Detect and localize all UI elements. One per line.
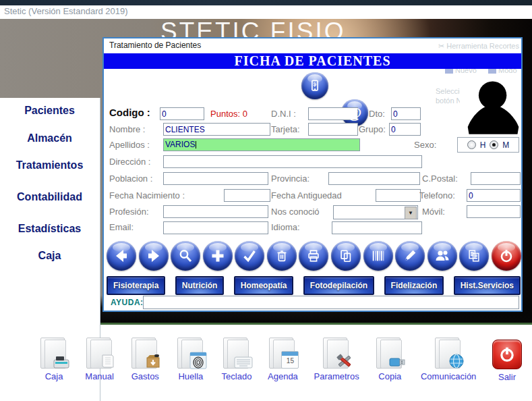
dropdown-arrow-icon[interactable]: ▼ bbox=[405, 207, 417, 219]
tab-fidelizacion[interactable]: Fidelización bbox=[384, 276, 444, 295]
poblacion-input[interactable] bbox=[163, 172, 268, 185]
sidebar-item-pacientes[interactable]: Pacientes bbox=[0, 105, 99, 117]
ayuda-label: AYUDA: bbox=[111, 298, 144, 307]
copy-button[interactable] bbox=[331, 241, 361, 271]
calendar-icon: 15 bbox=[281, 351, 299, 369]
record-toolbar bbox=[107, 241, 521, 271]
profesion-input[interactable] bbox=[163, 205, 268, 218]
poblacion-label: Poblacion : bbox=[109, 173, 152, 184]
app-title: Stetic (Versión Estandard 2019) bbox=[4, 6, 128, 16]
dialog-header-text: FICHA DE PACIENTES bbox=[234, 53, 390, 69]
pen-icon bbox=[403, 248, 417, 263]
email-input[interactable] bbox=[163, 221, 268, 234]
dialog-title: Tratamiento de Pacientes bbox=[109, 41, 201, 50]
next-record-button[interactable] bbox=[139, 241, 169, 271]
globe-icon bbox=[448, 353, 465, 369]
scissors-icon: ✂ bbox=[438, 42, 444, 50]
launcher-gastos[interactable]: Gastos bbox=[130, 338, 160, 382]
launcher-comunicacion[interactable]: Comunicación bbox=[421, 338, 476, 382]
phone-button[interactable] bbox=[301, 72, 328, 99]
print-button[interactable] bbox=[299, 241, 328, 271]
sign-button[interactable] bbox=[395, 241, 425, 271]
dni-label: D.N.I : bbox=[271, 109, 296, 119]
text-cursor bbox=[196, 141, 196, 149]
clients-button[interactable] bbox=[427, 241, 457, 271]
fecha-antiguedad-label: Fecha Antiguedad bbox=[271, 190, 342, 200]
launcher-salir[interactable]: Salir bbox=[492, 338, 522, 382]
cpostal-input[interactable] bbox=[471, 172, 521, 185]
nos-conocio-dropdown[interactable]: ▼ bbox=[333, 205, 418, 219]
grupo-input[interactable] bbox=[389, 123, 421, 136]
sexo-m-radio[interactable] bbox=[490, 140, 498, 149]
launcher-copia[interactable]: Copia bbox=[375, 338, 405, 382]
launcher-caja[interactable]: Caja bbox=[39, 338, 69, 382]
sidebar-item-tratamientos[interactable]: Tratamientos bbox=[0, 159, 99, 171]
barcode-button[interactable] bbox=[363, 241, 393, 271]
provincia-label: Provincia: bbox=[271, 173, 309, 184]
check-icon bbox=[241, 248, 258, 264]
fecha-nacimiento-input[interactable] bbox=[224, 189, 270, 202]
direccion-label: Dirección : bbox=[109, 157, 150, 167]
fecha-nacimiento-label: Fecha Nacimiento : bbox=[109, 190, 185, 200]
tab-fisioterapia[interactable]: Fisioterapia bbox=[107, 276, 165, 295]
add-button[interactable] bbox=[203, 241, 233, 271]
tab-hist-servicios[interactable]: Hist.Servicios bbox=[454, 276, 521, 295]
documents-button[interactable] bbox=[459, 241, 489, 271]
provincia-input[interactable] bbox=[328, 172, 420, 185]
documents-icon bbox=[467, 248, 481, 263]
patient-photo[interactable] bbox=[460, 77, 521, 134]
person-silhouette-icon bbox=[460, 77, 521, 134]
fecha-antiguedad-input[interactable] bbox=[376, 189, 421, 202]
tools-icon bbox=[336, 353, 353, 369]
box-arrow-icon bbox=[145, 353, 161, 369]
launcher-huella[interactable]: Huella bbox=[176, 338, 206, 382]
dto-label: Dto: bbox=[369, 109, 385, 119]
confirm-button[interactable] bbox=[235, 241, 264, 271]
exit-app-icon bbox=[492, 340, 522, 369]
tab-fotodepilacion[interactable]: Fotodepilación bbox=[303, 276, 374, 295]
movil-input[interactable] bbox=[467, 205, 521, 218]
launcher-manual[interactable]: Manual bbox=[85, 338, 115, 382]
dto-input[interactable] bbox=[391, 107, 421, 120]
apellidos-input[interactable]: VARIOS bbox=[163, 138, 360, 151]
sexo-m-label: M bbox=[502, 140, 509, 150]
search-button[interactable] bbox=[171, 241, 200, 271]
direccion-input[interactable] bbox=[163, 155, 422, 168]
previous-record-button[interactable] bbox=[107, 241, 136, 271]
launcher-teclado[interactable]: Teclado bbox=[222, 338, 252, 382]
telefono-input[interactable] bbox=[467, 189, 521, 202]
sidebar-item-contabilidad[interactable]: Contabilidad bbox=[0, 191, 99, 203]
sidebar-item-almacen[interactable]: Almacén bbox=[0, 132, 99, 144]
delete-button[interactable] bbox=[267, 241, 297, 271]
nombre-label: Nombre : bbox=[109, 124, 145, 134]
codigo-input[interactable] bbox=[160, 107, 204, 120]
barcode-icon bbox=[371, 248, 386, 263]
fingerprint-icon bbox=[189, 352, 207, 369]
sidebar-item-estadisticas[interactable]: Estadísticas bbox=[0, 223, 99, 235]
arrow-right-icon bbox=[146, 248, 162, 264]
sexo-h-label: H bbox=[480, 140, 486, 150]
printer-icon bbox=[306, 248, 321, 263]
launcher-agenda[interactable]: 15 Agenda bbox=[268, 338, 298, 382]
sexo-radio-group: H M bbox=[457, 137, 519, 153]
idioma-input[interactable] bbox=[332, 221, 422, 234]
taskbar-strip bbox=[0, 0, 532, 5]
apellidos-label: Apellidos : bbox=[109, 140, 150, 150]
sexo-h-radio[interactable] bbox=[467, 140, 476, 149]
patient-dialog: Tratamiento de Pacientes ✂ Herramienta R… bbox=[102, 37, 523, 312]
tab-nutricion[interactable]: Nutrición bbox=[175, 276, 225, 295]
tarjeta-input[interactable] bbox=[308, 123, 358, 136]
grupo-label: Grupo: bbox=[359, 124, 386, 134]
plus-icon bbox=[210, 248, 226, 264]
trash-icon bbox=[274, 248, 289, 263]
tab-homeopatia[interactable]: Homeopatía bbox=[234, 276, 294, 295]
launcher-parametros[interactable]: Parametros bbox=[314, 338, 359, 382]
ayuda-input[interactable] bbox=[143, 296, 519, 309]
calendar-day: 15 bbox=[282, 356, 298, 367]
exit-record-button[interactable] bbox=[492, 241, 521, 271]
idioma-label: Idioma: bbox=[271, 222, 300, 232]
sidebar-item-caja[interactable]: Caja bbox=[0, 250, 99, 262]
nombre-input[interactable] bbox=[163, 123, 270, 136]
sexo-label: Sexo: bbox=[414, 140, 436, 150]
arrow-left-icon bbox=[113, 248, 129, 264]
